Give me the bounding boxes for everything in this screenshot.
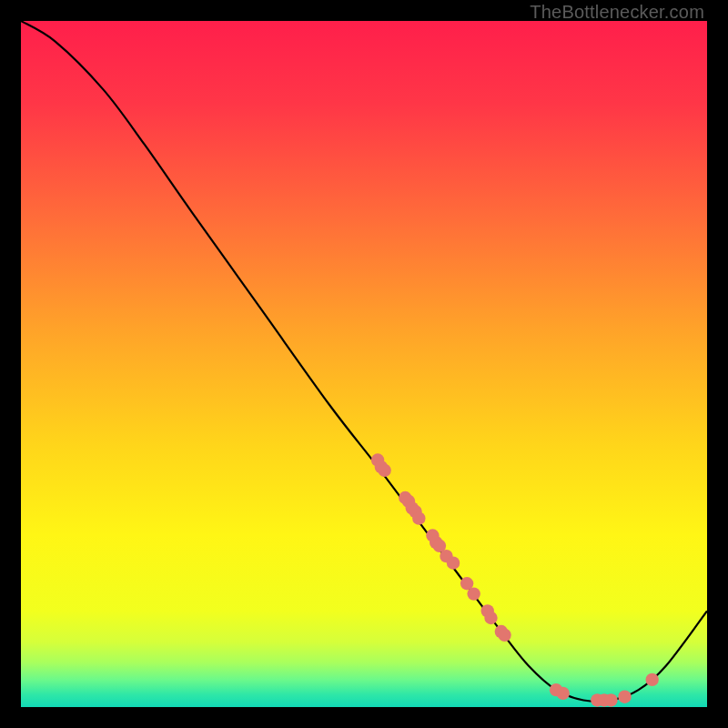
attribution-text: TheBottlenecker.com [530, 2, 704, 23]
data-marker [498, 629, 511, 642]
chart-frame [21, 21, 707, 707]
data-marker [645, 673, 658, 686]
chart-svg [21, 21, 707, 707]
data-marker [618, 690, 631, 703]
data-marker [412, 511, 425, 524]
data-marker [467, 587, 480, 600]
data-marker [484, 612, 497, 624]
data-marker [556, 687, 569, 700]
data-marker [447, 556, 460, 569]
data-marker [604, 693, 617, 706]
data-marker [378, 464, 390, 477]
gradient-background [21, 21, 707, 707]
